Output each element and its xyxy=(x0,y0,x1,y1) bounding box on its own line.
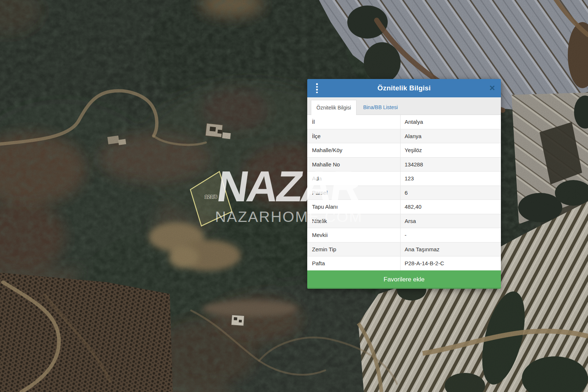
row-value: Ana Taşınmaz xyxy=(400,242,501,256)
table-row: İlçe Alanya xyxy=(307,129,501,143)
row-value: 123 xyxy=(400,172,501,186)
row-label: Tapu Alanı xyxy=(307,200,400,214)
row-value: 482,40 xyxy=(400,200,501,214)
table-row: Mahalle/Köy Yeşilöz xyxy=(307,143,501,157)
kebab-menu-icon[interactable] xyxy=(316,83,318,93)
table-row: Zemin Tip Ana Taşınmaz xyxy=(307,242,501,256)
row-label: Parsel xyxy=(307,186,400,200)
dialog-title: Öznitelik Bilgisi xyxy=(377,84,431,92)
row-value: 6 xyxy=(400,186,501,200)
row-label: Nitelik xyxy=(307,214,400,228)
table-row: Mahalle No 134288 xyxy=(307,157,501,172)
dialog-header[interactable]: Öznitelik Bilgisi × xyxy=(307,79,501,97)
row-label: İlçe xyxy=(307,129,400,143)
row-label: Mahalle/Köy xyxy=(307,143,400,157)
tab-oznitelik-bilgisi[interactable]: Öznitelik Bilgisi xyxy=(311,100,356,115)
add-to-favorites-button[interactable]: Favorilere ekle xyxy=(307,270,501,289)
close-icon[interactable]: × xyxy=(490,83,495,93)
row-value: Yeşilöz xyxy=(400,143,501,157)
row-value: Alanya xyxy=(400,129,501,143)
row-value: P28-A-14-B-2-C xyxy=(400,256,501,270)
row-label: Pafta xyxy=(307,256,400,270)
attribute-table: İl Antalya İlçe Alanya Mahalle/Köy Yeşil… xyxy=(307,115,501,270)
row-label: Zemin Tip xyxy=(307,242,400,256)
row-label: Ada xyxy=(307,172,400,186)
row-value: - xyxy=(400,228,501,242)
table-row: Parsel 6 xyxy=(307,186,501,200)
parcel-number-label: 123/6 xyxy=(205,194,217,199)
table-row: Mevkii - xyxy=(307,228,501,242)
tab-bar: Öznitelik Bilgisi Bina/BB Listesi xyxy=(307,97,501,115)
row-label: Mevkii xyxy=(307,228,400,242)
table-row: Nitelik Arsa xyxy=(307,214,501,228)
tab-bina-bb-listesi[interactable]: Bina/BB Listesi xyxy=(358,100,403,115)
table-row: Ada 123 xyxy=(307,171,501,186)
table-row: Tapu Alanı 482,40 xyxy=(307,199,501,214)
row-label: Mahalle No xyxy=(307,158,400,172)
table-row: İl Antalya xyxy=(307,115,501,129)
row-label: İl xyxy=(307,115,400,129)
row-value: Arsa xyxy=(400,214,501,228)
row-value: Antalya xyxy=(400,115,501,129)
table-row: Pafta P28-A-14-B-2-C xyxy=(307,256,501,270)
row-value: 134288 xyxy=(400,158,501,172)
attribute-info-dialog: Öznitelik Bilgisi × Öznitelik Bilgisi Bi… xyxy=(307,79,501,289)
